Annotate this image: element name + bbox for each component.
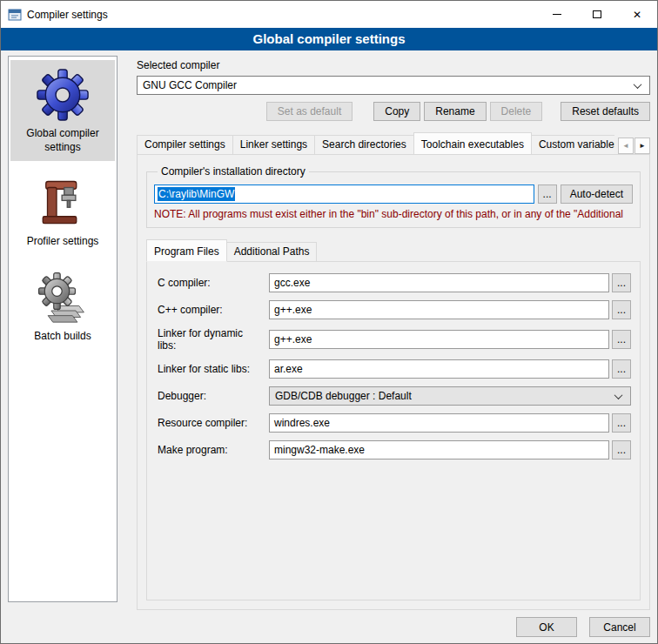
close-button[interactable]: ✕ [617, 1, 657, 28]
tab-program-files[interactable]: Program Files [146, 239, 227, 262]
selected-compiler-value: GNU GCC Compiler [143, 79, 632, 91]
gear-gray-icon [37, 272, 89, 324]
gear-blue-icon [37, 69, 89, 121]
minimize-icon [553, 14, 561, 15]
maximize-icon [593, 10, 601, 18]
make-program-label: Make program: [158, 444, 269, 456]
sidebar-item-batch-builds[interactable]: Batch builds [10, 263, 115, 351]
program-files-panel: C compiler: gcc.exe ... C++ compiler: g+… [146, 261, 641, 600]
selected-compiler-dropdown[interactable]: GNU GCC Compiler [137, 76, 650, 95]
resource-compiler-input[interactable]: windres.exe [269, 413, 609, 433]
cancel-button[interactable]: Cancel [589, 617, 650, 637]
main-panel: Selected compiler GNU GCC Compiler Set a… [127, 56, 650, 610]
arrow-right-icon: ► [639, 142, 646, 150]
program-files-tabstrip: Program Files Additional Paths [146, 239, 641, 261]
linker-dynamic-label: Linker for dynamic libs: [158, 327, 269, 352]
linker-static-browse-button[interactable]: ... [612, 359, 631, 379]
dialog-header: Global compiler settings [1, 28, 657, 50]
app-icon [8, 8, 22, 22]
tab-search-directories[interactable]: Search directories [314, 135, 414, 154]
resource-compiler-browse-button[interactable]: ... [612, 413, 631, 433]
installation-note: NOTE: All programs must exist either in … [154, 208, 633, 220]
rename-button[interactable]: Rename [424, 102, 486, 121]
sidebar-item-label: Batch builds [34, 330, 91, 344]
installation-directory-group: Compiler's installation directory C:\ray… [146, 165, 641, 228]
selected-compiler-label: Selected compiler [137, 59, 650, 71]
installation-directory-input[interactable]: C:\raylib\MinGW [154, 184, 534, 204]
tab-scroll-right-button[interactable]: ► [634, 138, 650, 154]
cpp-compiler-browse-button[interactable]: ... [612, 300, 631, 319]
linker-dynamic-input[interactable]: g++.exe [269, 330, 609, 349]
cpp-compiler-label: C++ compiler: [158, 304, 269, 316]
dialog-footer: OK Cancel [516, 617, 650, 637]
tab-toolchain-executables[interactable]: Toolchain executables [413, 132, 532, 154]
installation-directory-label: Compiler's installation directory [158, 165, 309, 178]
installation-directory-value: C:\raylib\MinGW [158, 187, 235, 201]
resource-compiler-label: Resource compiler: [158, 417, 269, 429]
sidebar-item-label: Profiler settings [27, 235, 99, 249]
make-program-input[interactable]: mingw32-make.exe [269, 440, 609, 460]
linker-static-input[interactable]: ar.exe [269, 359, 609, 379]
debugger-value: GDB/CDB debugger : Default [275, 390, 613, 402]
tab-additional-paths[interactable]: Additional Paths [226, 242, 318, 262]
linker-static-label: Linker for static libs: [158, 363, 269, 375]
c-compiler-browse-button[interactable]: ... [612, 273, 631, 292]
profiler-tool-icon [38, 177, 87, 229]
chevron-down-icon [613, 393, 623, 399]
cpp-compiler-input[interactable]: g++.exe [269, 300, 609, 319]
compiler-actions: Set as default Copy Rename Delete Reset … [137, 102, 650, 121]
dialog-body: Global compiler settings [1, 50, 657, 644]
minimize-button[interactable] [537, 1, 577, 28]
tab-linker-settings[interactable]: Linker settings [232, 135, 315, 154]
toolchain-executables-panel: Compiler's installation directory C:\ray… [137, 154, 650, 610]
arrow-left-icon: ◄ [622, 142, 629, 150]
sidebar: Global compiler settings [8, 56, 118, 602]
auto-detect-button[interactable]: Auto-detect [561, 184, 633, 204]
sidebar-item-global-compiler-settings[interactable]: Global compiler settings [10, 60, 115, 161]
window-title: Compiler settings [27, 9, 108, 21]
sidebar-item-label: Global compiler settings [12, 127, 113, 154]
close-icon: ✕ [633, 10, 641, 20]
maximize-button[interactable] [577, 1, 617, 28]
make-program-browse-button[interactable]: ... [612, 440, 631, 460]
ok-button[interactable]: OK [516, 617, 577, 637]
delete-button: Delete [490, 102, 543, 121]
compiler-settings-window: Compiler settings ✕ Global compiler sett… [0, 0, 658, 644]
settings-tabstrip: Compiler settings Linker settings Search… [137, 132, 650, 154]
tab-scroll-left-button[interactable]: ◄ [618, 138, 634, 154]
installation-directory-browse-button[interactable]: ... [538, 184, 557, 204]
set-as-default-button: Set as default [266, 102, 352, 121]
tab-compiler-settings[interactable]: Compiler settings [137, 135, 233, 154]
chevron-down-icon [632, 83, 642, 89]
tab-custom-variables[interactable]: Custom variables [531, 135, 614, 154]
sidebar-item-profiler-settings[interactable]: Profiler settings [10, 168, 115, 256]
c-compiler-label: C compiler: [158, 277, 269, 289]
debugger-label: Debugger: [158, 390, 269, 402]
linker-dynamic-browse-button[interactable]: ... [612, 330, 631, 349]
copy-button[interactable]: Copy [373, 102, 420, 121]
debugger-dropdown[interactable]: GDB/CDB debugger : Default [269, 386, 631, 406]
reset-defaults-button[interactable]: Reset defaults [561, 102, 650, 121]
tabs-viewport: Compiler settings Linker settings Search… [137, 132, 614, 154]
c-compiler-input[interactable]: gcc.exe [269, 273, 609, 292]
titlebar: Compiler settings ✕ [1, 1, 657, 28]
